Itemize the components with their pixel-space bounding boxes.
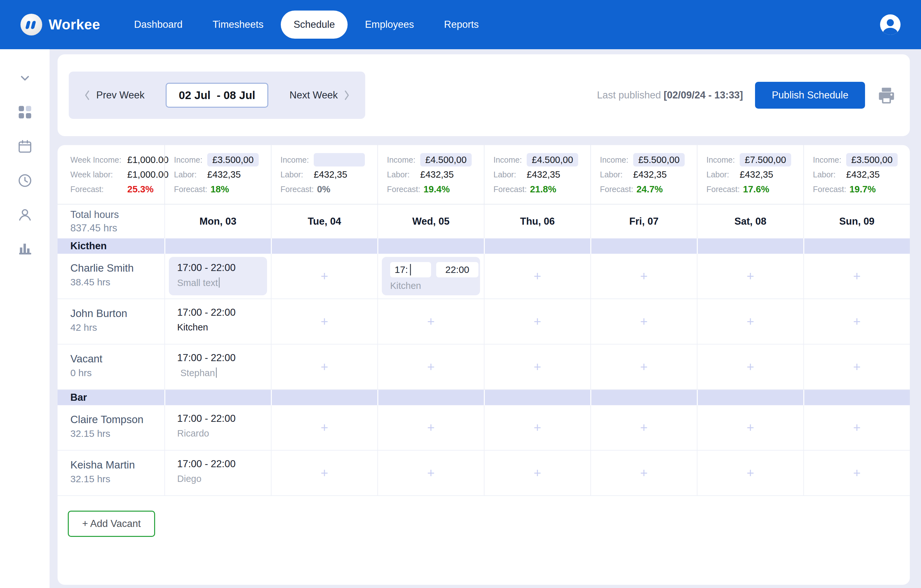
add-shift-button[interactable]: + (378, 344, 484, 389)
shift-entry[interactable]: 17:00 - 22:00Kitchen (165, 299, 271, 333)
add-shift-button[interactable]: + (698, 254, 803, 299)
day-header-3: Wed, 05 (378, 205, 484, 239)
income-input[interactable]: £4.500,00 (420, 153, 472, 166)
next-week-button[interactable]: Next Week (290, 89, 350, 102)
add-shift-button[interactable]: + (272, 254, 378, 299)
employee-hours: 0 hrs (70, 367, 164, 378)
shift-time: 17:00 - 22:00 (177, 458, 271, 470)
add-shift-button[interactable]: + (804, 451, 910, 495)
add-shift-button[interactable]: + (485, 451, 590, 495)
add-shift-button[interactable]: + (698, 451, 803, 495)
income-input[interactable]: £3.500,00 (207, 153, 259, 166)
add-shift-button[interactable]: + (804, 299, 910, 344)
user-avatar[interactable] (880, 15, 900, 35)
nav-item-timesheets[interactable]: Timesheets (200, 11, 276, 39)
sidebar-item-chevron-down[interactable] (17, 70, 33, 86)
forecast-line: Forecast: 17.6% (706, 183, 799, 196)
add-shift-button[interactable]: + (485, 254, 590, 299)
section-row: Bar (57, 390, 910, 405)
add-shift-button[interactable]: + (804, 344, 910, 389)
day-header-1: Mon, 03 (164, 205, 271, 239)
add-shift-button[interactable]: + (698, 405, 803, 450)
shift-entry[interactable]: 17:00 - 22:00Ricardo (165, 405, 271, 439)
add-shift-button[interactable]: + (485, 299, 590, 344)
forecast-value: 24.7% (636, 184, 662, 195)
employee-name: Vacant (70, 353, 164, 365)
section-day-cell (164, 390, 271, 405)
forecast-label: Forecast: (600, 185, 633, 194)
chevron-down-icon (17, 81, 33, 87)
sidebar-item-calendar[interactable] (17, 139, 33, 154)
clock-icon (17, 184, 33, 189)
day-stats-col-7: Income:£3.500,00Labor:£432,35Forecast: 1… (803, 145, 910, 204)
add-shift-button[interactable]: + (591, 405, 697, 450)
add-shift-button[interactable]: + (591, 451, 697, 495)
add-shift-button[interactable]: + (272, 405, 378, 450)
calendar-icon (17, 149, 33, 155)
last-published-text: Last published [02/09/24 - 13:33] (597, 89, 743, 101)
income-input[interactable]: £4.500,00 (527, 153, 578, 166)
total-hours-label: Total hours (70, 209, 164, 221)
income-input[interactable]: £5.500,00 (633, 153, 685, 166)
nav-item-dashboard[interactable]: Dashboard (121, 11, 195, 39)
forecast-value: 21.8% (530, 184, 556, 195)
labor-value: £432,35 (420, 169, 454, 180)
add-shift-button[interactable]: + (591, 299, 697, 344)
summary-label: Week labor: (70, 170, 127, 179)
add-shift-button[interactable]: + (485, 344, 590, 389)
add-shift-button[interactable]: + (378, 451, 484, 495)
workee-logo-icon (21, 14, 42, 36)
add-shift-button[interactable]: + (591, 344, 697, 389)
income-input[interactable] (314, 153, 365, 166)
employee-hours: 32.15 hrs (70, 474, 164, 484)
summary-line: Forecast:25.3% (70, 183, 160, 196)
add-shift-button[interactable]: + (378, 405, 484, 450)
start-time-input[interactable]: 17: (390, 262, 431, 278)
shift-entry[interactable]: 17:00 - 22:00Diego (165, 451, 271, 484)
add-shift-button[interactable]: + (698, 299, 803, 344)
labor-line: Labor:£432,35 (706, 168, 799, 181)
brand-name: Workee (49, 16, 100, 32)
income-input[interactable]: £3.500,00 (846, 153, 898, 166)
schedule-cell: + (484, 254, 590, 299)
publish-schedule-button[interactable]: Publish Schedule (755, 82, 865, 109)
forecast-line: Forecast: 24.7% (600, 183, 692, 196)
week-range-button[interactable]: 02 Jul - 08 Jul (166, 83, 268, 108)
shift-note-input[interactable]: Small text (177, 278, 259, 288)
add-shift-button[interactable]: + (378, 299, 484, 344)
schedule-cell: + (484, 344, 590, 389)
forecast-label: Forecast: (706, 185, 740, 194)
sidebar-item-employees[interactable] (17, 207, 33, 223)
nav-item-schedule[interactable]: Schedule (281, 11, 348, 39)
section-day-cell (803, 390, 910, 405)
add-shift-button[interactable]: + (485, 405, 590, 450)
prev-week-button[interactable]: Prev Week (83, 89, 145, 102)
income-label: Income: (174, 155, 207, 164)
sidebar-item-dashboard-grid[interactable] (17, 104, 33, 120)
add-shift-button[interactable]: + (591, 254, 697, 299)
shift-card-editing[interactable]: 17:22:00Kitchen (382, 257, 480, 295)
add-shift-button[interactable]: + (272, 299, 378, 344)
shift-entry[interactable]: 17:00 - 22:00Stephan (165, 344, 271, 378)
income-line: Income:£7.500,00 (706, 153, 799, 166)
sidebar-item-reports-chart[interactable] (17, 241, 33, 257)
add-shift-button[interactable]: + (272, 451, 378, 495)
add-shift-button[interactable]: + (804, 405, 910, 450)
end-time-input[interactable]: 22:00 (436, 262, 478, 278)
add-shift-button[interactable]: + (698, 344, 803, 389)
labor-label: Labor: (493, 170, 527, 179)
add-vacant-button[interactable]: + Add Vacant (68, 511, 155, 537)
add-shift-button[interactable]: + (804, 254, 910, 299)
sidebar-item-clock[interactable] (17, 173, 33, 188)
income-line: Income: (280, 153, 373, 166)
shift-card[interactable]: 17:00 - 22:00Small text (169, 257, 267, 295)
add-shift-button[interactable]: + (272, 344, 378, 389)
income-label: Income: (813, 155, 846, 164)
publish-zone: Last published [02/09/24 - 13:33] Publis… (597, 82, 896, 109)
income-input[interactable]: £7.500,00 (740, 153, 791, 166)
print-button[interactable] (877, 86, 896, 104)
employee-row: Vacant0 hrs17:00 - 22:00Stephan++++++ (57, 344, 910, 390)
nav-item-reports[interactable]: Reports (431, 11, 492, 39)
nav-item-employees[interactable]: Employees (352, 11, 426, 39)
forecast-label: Forecast: (387, 185, 420, 194)
